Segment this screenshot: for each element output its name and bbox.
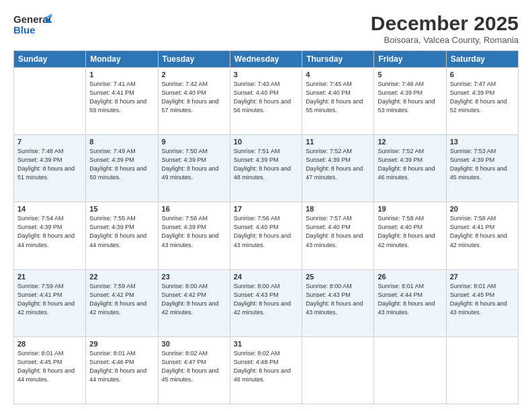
- day-number: 24: [234, 273, 298, 281]
- day-number: 2: [162, 71, 226, 79]
- cell-info: Sunrise: 7:43 AM Sunset: 4:40 PM Dayligh…: [234, 80, 298, 115]
- day-cell: 13Sunrise: 7:53 AM Sunset: 4:39 PM Dayli…: [446, 135, 518, 202]
- cell-info: Sunrise: 8:02 AM Sunset: 4:48 PM Dayligh…: [234, 349, 298, 384]
- day-number: 1: [89, 71, 154, 79]
- day-number: 26: [378, 273, 442, 281]
- day-cell: 15Sunrise: 7:55 AM Sunset: 4:39 PM Dayli…: [86, 202, 158, 269]
- day-number: 20: [450, 205, 515, 213]
- day-number: 13: [450, 138, 515, 146]
- header-cell-saturday: Saturday: [446, 51, 518, 68]
- cell-info: Sunrise: 7:53 AM Sunset: 4:39 PM Dayligh…: [450, 147, 515, 182]
- header-cell-thursday: Thursday: [302, 51, 374, 68]
- week-row-2: 7Sunrise: 7:48 AM Sunset: 4:39 PM Daylig…: [14, 135, 519, 202]
- cell-info: Sunrise: 7:56 AM Sunset: 4:40 PM Dayligh…: [234, 214, 298, 249]
- cell-info: Sunrise: 7:59 AM Sunset: 4:41 PM Dayligh…: [17, 282, 82, 317]
- day-cell: 6Sunrise: 7:47 AM Sunset: 4:39 PM Daylig…: [446, 68, 518, 135]
- day-number: 3: [234, 71, 298, 79]
- day-cell: [302, 336, 374, 404]
- cell-info: Sunrise: 8:02 AM Sunset: 4:47 PM Dayligh…: [162, 349, 226, 384]
- calendar-table: SundayMondayTuesdayWednesdayThursdayFrid…: [13, 50, 519, 404]
- svg-text:General: General: [13, 13, 51, 25]
- day-number: 21: [17, 273, 82, 281]
- cell-info: Sunrise: 7:45 AM Sunset: 4:40 PM Dayligh…: [306, 80, 370, 115]
- day-cell: 3Sunrise: 7:43 AM Sunset: 4:40 PM Daylig…: [230, 68, 302, 135]
- day-number: 29: [89, 340, 154, 348]
- cell-info: Sunrise: 7:42 AM Sunset: 4:40 PM Dayligh…: [162, 80, 226, 115]
- day-number: 22: [89, 273, 154, 281]
- cell-info: Sunrise: 7:52 AM Sunset: 4:39 PM Dayligh…: [378, 147, 442, 182]
- cell-info: Sunrise: 7:50 AM Sunset: 4:39 PM Dayligh…: [162, 147, 226, 182]
- cell-info: Sunrise: 7:49 AM Sunset: 4:39 PM Dayligh…: [89, 147, 154, 182]
- svg-text:Blue: Blue: [13, 24, 36, 36]
- day-number: 30: [162, 340, 226, 348]
- cell-info: Sunrise: 8:00 AM Sunset: 4:42 PM Dayligh…: [162, 282, 226, 317]
- cell-info: Sunrise: 7:57 AM Sunset: 4:40 PM Dayligh…: [306, 214, 370, 249]
- logo-svg: GeneralBlue: [13, 12, 54, 36]
- day-number: 14: [17, 205, 82, 213]
- day-number: 10: [234, 138, 298, 146]
- logo: GeneralBlue: [13, 12, 54, 36]
- week-row-5: 28Sunrise: 8:01 AM Sunset: 4:45 PM Dayli…: [14, 336, 519, 404]
- cell-info: Sunrise: 7:58 AM Sunset: 4:40 PM Dayligh…: [378, 214, 442, 249]
- cell-info: Sunrise: 7:55 AM Sunset: 4:39 PM Dayligh…: [89, 214, 154, 249]
- day-number: 18: [306, 205, 370, 213]
- header-cell-wednesday: Wednesday: [230, 51, 302, 68]
- cell-info: Sunrise: 7:52 AM Sunset: 4:39 PM Dayligh…: [306, 147, 370, 182]
- day-cell: 21Sunrise: 7:59 AM Sunset: 4:41 PM Dayli…: [14, 269, 86, 336]
- day-number: 9: [162, 138, 226, 146]
- day-number: 12: [378, 138, 442, 146]
- day-cell: 7Sunrise: 7:48 AM Sunset: 4:39 PM Daylig…: [14, 135, 86, 202]
- cell-info: Sunrise: 8:01 AM Sunset: 4:45 PM Dayligh…: [17, 349, 82, 384]
- day-number: 19: [378, 205, 442, 213]
- day-cell: 18Sunrise: 7:57 AM Sunset: 4:40 PM Dayli…: [302, 202, 374, 269]
- page: GeneralBlue December 2025 Boisoara, Valc…: [0, 0, 532, 411]
- day-cell: 28Sunrise: 8:01 AM Sunset: 4:45 PM Dayli…: [14, 336, 86, 404]
- day-number: 7: [17, 138, 82, 146]
- day-cell: 26Sunrise: 8:01 AM Sunset: 4:44 PM Dayli…: [374, 269, 446, 336]
- cell-info: Sunrise: 8:01 AM Sunset: 4:45 PM Dayligh…: [450, 282, 515, 317]
- week-row-4: 21Sunrise: 7:59 AM Sunset: 4:41 PM Dayli…: [14, 269, 519, 336]
- cell-info: Sunrise: 7:48 AM Sunset: 4:39 PM Dayligh…: [17, 147, 82, 182]
- day-number: 5: [378, 71, 442, 79]
- day-number: 4: [306, 71, 370, 79]
- header-row: SundayMondayTuesdayWednesdayThursdayFrid…: [14, 51, 519, 68]
- month-title: December 2025: [371, 12, 519, 35]
- day-cell: 14Sunrise: 7:54 AM Sunset: 4:39 PM Dayli…: [14, 202, 86, 269]
- day-number: 11: [306, 138, 370, 146]
- cell-info: Sunrise: 8:01 AM Sunset: 4:46 PM Dayligh…: [89, 349, 154, 384]
- week-row-1: 1Sunrise: 7:41 AM Sunset: 4:41 PM Daylig…: [14, 68, 519, 135]
- subtitle: Boisoara, Valcea County, Romania: [371, 35, 519, 45]
- cell-info: Sunrise: 7:47 AM Sunset: 4:39 PM Dayligh…: [450, 80, 515, 115]
- header-cell-friday: Friday: [374, 51, 446, 68]
- day-cell: 1Sunrise: 7:41 AM Sunset: 4:41 PM Daylig…: [86, 68, 158, 135]
- day-cell: 25Sunrise: 8:00 AM Sunset: 4:43 PM Dayli…: [302, 269, 374, 336]
- day-cell: 22Sunrise: 7:59 AM Sunset: 4:42 PM Dayli…: [86, 269, 158, 336]
- day-number: 17: [234, 205, 298, 213]
- day-number: 25: [306, 273, 370, 281]
- day-cell: 11Sunrise: 7:52 AM Sunset: 4:39 PM Dayli…: [302, 135, 374, 202]
- day-cell: [374, 336, 446, 404]
- day-cell: 8Sunrise: 7:49 AM Sunset: 4:39 PM Daylig…: [86, 135, 158, 202]
- cell-info: Sunrise: 8:01 AM Sunset: 4:44 PM Dayligh…: [378, 282, 442, 317]
- day-number: 28: [17, 340, 82, 348]
- day-number: 31: [234, 340, 298, 348]
- cell-info: Sunrise: 7:56 AM Sunset: 4:39 PM Dayligh…: [162, 214, 226, 249]
- header: GeneralBlue December 2025 Boisoara, Valc…: [13, 12, 519, 45]
- cell-info: Sunrise: 7:46 AM Sunset: 4:39 PM Dayligh…: [378, 80, 442, 115]
- cell-info: Sunrise: 8:00 AM Sunset: 4:43 PM Dayligh…: [234, 282, 298, 317]
- day-cell: 10Sunrise: 7:51 AM Sunset: 4:39 PM Dayli…: [230, 135, 302, 202]
- day-cell: 19Sunrise: 7:58 AM Sunset: 4:40 PM Dayli…: [374, 202, 446, 269]
- day-cell: 31Sunrise: 8:02 AM Sunset: 4:48 PM Dayli…: [230, 336, 302, 404]
- day-number: 15: [89, 205, 154, 213]
- cell-info: Sunrise: 7:54 AM Sunset: 4:39 PM Dayligh…: [17, 214, 82, 249]
- day-cell: 16Sunrise: 7:56 AM Sunset: 4:39 PM Dayli…: [158, 202, 230, 269]
- day-cell: 2Sunrise: 7:42 AM Sunset: 4:40 PM Daylig…: [158, 68, 230, 135]
- day-cell: 5Sunrise: 7:46 AM Sunset: 4:39 PM Daylig…: [374, 68, 446, 135]
- header-cell-tuesday: Tuesday: [158, 51, 230, 68]
- day-number: 23: [162, 273, 226, 281]
- cell-info: Sunrise: 7:51 AM Sunset: 4:39 PM Dayligh…: [234, 147, 298, 182]
- day-cell: 4Sunrise: 7:45 AM Sunset: 4:40 PM Daylig…: [302, 68, 374, 135]
- calendar-body: 1Sunrise: 7:41 AM Sunset: 4:41 PM Daylig…: [14, 68, 519, 404]
- week-row-3: 14Sunrise: 7:54 AM Sunset: 4:39 PM Dayli…: [14, 202, 519, 269]
- day-cell: 23Sunrise: 8:00 AM Sunset: 4:42 PM Dayli…: [158, 269, 230, 336]
